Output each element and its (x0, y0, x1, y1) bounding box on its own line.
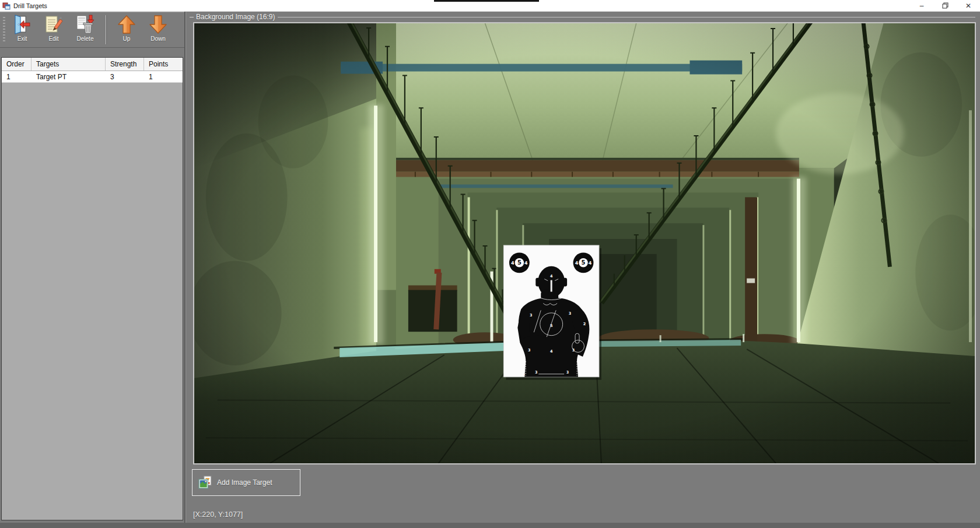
restore-icon (942, 2, 949, 9)
zone-digit: 0 (522, 372, 525, 377)
edit-pencil-icon (44, 15, 64, 34)
score-digit: 5 (582, 259, 586, 266)
delete-label: Delete (77, 36, 94, 42)
score-digit: 5 (517, 259, 522, 266)
score-digit: 4 (524, 261, 528, 266)
add-image-target-button[interactable]: Add Image Target (192, 469, 300, 496)
header-order[interactable]: Order (2, 58, 32, 71)
down-label: Down (150, 36, 166, 42)
zone-digit: 2 (583, 322, 586, 326)
groupbox-header: Background Image (16:9) (190, 13, 975, 21)
groupbox-line-right (278, 17, 975, 17)
zone-digit: 3 (572, 348, 575, 353)
shooting-range-scene: 4 5 4 4 5 4 (194, 23, 975, 463)
zone-digit: 3 (530, 313, 533, 318)
cell-points: 1 (144, 71, 183, 82)
restore-button[interactable] (933, 0, 957, 12)
zone-digit: 5 (550, 323, 553, 328)
groupbox-line-left (190, 17, 194, 17)
list-header: Order Targets Strength Points (2, 58, 183, 71)
zone-digit: 0 (579, 372, 582, 377)
zone-digit: 3 (528, 348, 531, 353)
header-points[interactable]: Points (144, 58, 183, 71)
app-window: Drill Targets – ✕ Exit (0, 0, 980, 528)
score-circle-right: 4 5 4 (573, 252, 594, 273)
edit-button[interactable]: Edit (39, 13, 68, 46)
up-button[interactable]: Up (112, 13, 141, 46)
zone-digit: 4 (550, 349, 553, 354)
left-panel: Exit Edit (0, 12, 186, 523)
window-title: Drill Targets (13, 2, 47, 9)
toolbar-grip[interactable] (3, 17, 5, 43)
window-bottom-edge (0, 523, 980, 528)
exit-door-icon (12, 15, 32, 34)
exit-label: Exit (18, 36, 27, 42)
arrow-up-icon (117, 15, 136, 34)
range-photo-art (194, 23, 975, 463)
zone-digit: 3 (535, 370, 538, 375)
zone-digit: 4 (550, 274, 553, 279)
delete-button[interactable]: Delete (71, 13, 100, 46)
add-image-target-label: Add Image Target (217, 478, 272, 487)
background-image-panel: Background Image (16:9) (186, 12, 980, 523)
down-button[interactable]: Down (144, 13, 173, 46)
edit-label: Edit (48, 36, 58, 42)
table-row[interactable]: 1 Target PT 3 1 (2, 71, 183, 83)
arrow-down-icon (148, 15, 168, 34)
app-icon (2, 2, 10, 10)
up-label: Up (123, 36, 131, 42)
exit-button[interactable]: Exit (8, 13, 37, 46)
cell-order: 1 (2, 71, 32, 82)
toolbar: Exit Edit (0, 12, 184, 48)
image-files-icon (198, 476, 212, 490)
targets-list: Order Targets Strength Points 1 Target P… (1, 57, 183, 520)
minimize-button[interactable]: – (910, 0, 933, 12)
zone-digit: 3 (566, 370, 569, 375)
delete-trash-icon (75, 15, 95, 34)
cell-target-name: Target PT (32, 71, 106, 82)
header-targets[interactable]: Targets (32, 58, 106, 71)
cursor-coordinates: [X:220, Y:1077] (193, 511, 243, 519)
toolbar-separator (106, 15, 106, 44)
score-circle-left: 4 5 4 (509, 252, 530, 273)
score-digit: 4 (589, 261, 592, 266)
header-strength[interactable]: Strength (106, 58, 144, 71)
score-digit: 4 (575, 261, 579, 266)
close-button[interactable]: ✕ (957, 0, 980, 12)
groupbox-title: Background Image (16:9) (196, 13, 275, 21)
paper-target[interactable]: 4 5 4 4 5 4 (503, 245, 601, 380)
score-digit: 4 (511, 261, 514, 266)
cell-strength: 3 (106, 71, 144, 82)
range-background-image[interactable]: 4 5 4 4 5 4 (193, 22, 976, 464)
zone-digit: 3 (569, 311, 572, 316)
titlebar: Drill Targets – ✕ (0, 0, 980, 12)
top-screen-artifact (434, 0, 539, 2)
